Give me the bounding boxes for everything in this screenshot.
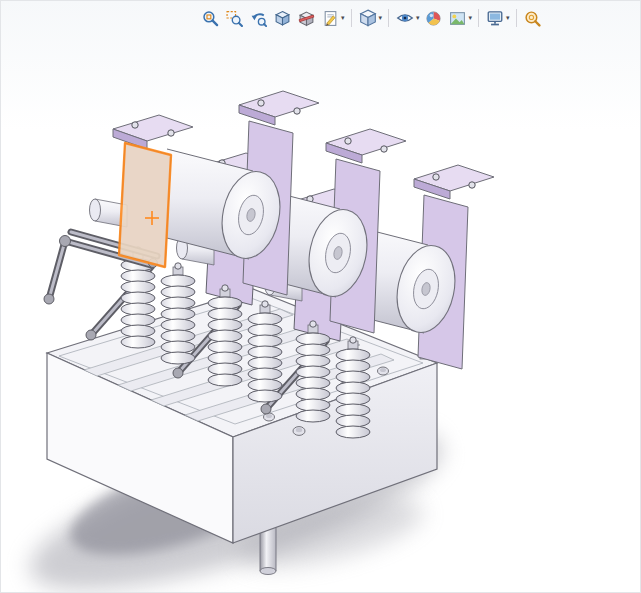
selected-face-highlight[interactable] xyxy=(119,143,171,267)
apply-scene-button[interactable] xyxy=(447,7,469,29)
drawing-view-dropdown-arrow-icon[interactable]: ▾ xyxy=(341,7,345,29)
toolbar-separator xyxy=(478,9,479,27)
view-orientation-cube-icon xyxy=(274,10,291,27)
display-style-button[interactable] xyxy=(357,7,379,29)
display-style-dropdown-arrow-icon[interactable]: ▾ xyxy=(379,7,383,29)
zoom-to-fit-button[interactable] xyxy=(199,7,221,29)
section-view-button[interactable] xyxy=(295,7,317,29)
toolbar-separator xyxy=(388,9,389,27)
view-settings-button[interactable] xyxy=(484,7,506,29)
zoom-to-area-button[interactable] xyxy=(223,7,245,29)
zoom-to-fit-icon xyxy=(202,10,219,27)
toolbar-separator xyxy=(351,9,352,27)
appearance-ball-icon xyxy=(425,10,442,27)
drawing-view-icon xyxy=(322,10,339,27)
previous-view-icon xyxy=(250,10,267,27)
drawing-view-button[interactable] xyxy=(319,7,341,29)
magnified-selection-button[interactable] xyxy=(522,7,544,29)
apply-scene-dropdown-arrow-icon[interactable]: ▾ xyxy=(469,7,473,29)
display-style-cube-icon xyxy=(359,9,377,27)
previous-view-button[interactable] xyxy=(247,7,269,29)
eye-icon xyxy=(396,9,414,27)
monitor-icon xyxy=(486,9,504,27)
viewport-3d[interactable] xyxy=(1,1,641,593)
view-orientation-button[interactable] xyxy=(271,7,293,29)
view-toolbar: ▾ ▾ ▾ ▾ xyxy=(199,6,544,30)
hide-show-items-button[interactable] xyxy=(394,7,416,29)
zoom-to-area-icon xyxy=(226,10,243,27)
section-view-icon xyxy=(298,10,315,27)
toolbar-separator xyxy=(516,9,517,27)
edit-appearance-button[interactable] xyxy=(423,7,445,29)
view-settings-dropdown-arrow-icon[interactable]: ▾ xyxy=(506,7,510,29)
scene-photo-icon xyxy=(449,10,466,27)
hide-show-items-dropdown-arrow-icon[interactable]: ▾ xyxy=(416,7,420,29)
magnified-selection-icon xyxy=(524,10,541,27)
